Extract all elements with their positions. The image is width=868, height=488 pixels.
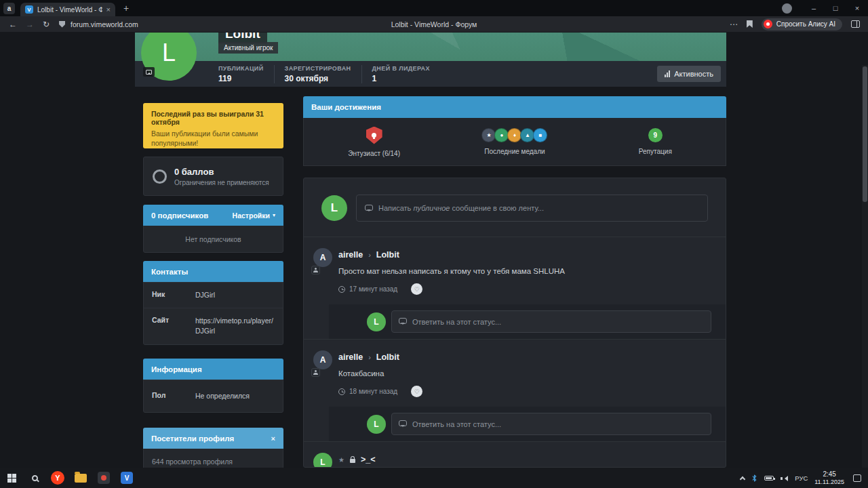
activity-button-label: Активность	[674, 70, 713, 78]
status-time-link[interactable]: 18 минут назад	[349, 388, 397, 395]
status-author-avatar[interactable]: L	[313, 453, 332, 468]
language-indicator[interactable]: РУС	[795, 474, 808, 482]
window-minimize-button[interactable]: –	[803, 0, 825, 16]
person-icon	[313, 268, 318, 272]
notification-center-icon[interactable]	[853, 474, 861, 482]
composer-placeholder: Написать публичное сообщение в свою лент…	[378, 204, 544, 212]
achievement-medals: ★ ● ♦ ▲ ■ Последние медали	[444, 118, 585, 165]
alice-button[interactable]: Спросить Алису AI	[762, 18, 842, 30]
medal-icon[interactable]: ●	[494, 128, 509, 142]
visitors-header: Посетители профиля ×	[143, 428, 283, 449]
reply-avatar[interactable]: L	[367, 415, 386, 434]
cover-photo-button[interactable]	[143, 67, 155, 77]
status-text: Котакбасина	[338, 369, 715, 378]
bluetooth-icon[interactable]	[751, 474, 757, 483]
profile-role-badge: Активный игрок	[218, 42, 278, 54]
vimeworld-app-icon: V	[121, 472, 133, 484]
contact-site-link[interactable]: https://vimetop.ru/player/DJGirl	[195, 316, 275, 336]
points-subtitle: Ограничения не применяются	[174, 179, 269, 186]
vimeworld-favicon-icon: V	[25, 5, 33, 14]
taskbar-yandex-browser-button[interactable]: Y	[46, 468, 69, 488]
reply-placeholder: Ответить на этот статус...	[412, 318, 501, 326]
stat-value: 119	[218, 74, 264, 83]
forward-button[interactable]: →	[26, 20, 34, 29]
status-author-link[interactable]: airelle	[338, 250, 363, 260]
stat-label: ПУБЛИКАЦИЙ	[218, 65, 264, 72]
status-target-link[interactable]: Lolbit	[376, 352, 399, 362]
star-icon: ★	[338, 456, 344, 464]
back-button[interactable]: ←	[9, 20, 17, 29]
stat-days-leader: ДНЕЙ В ЛИДЕРАХ 1	[362, 65, 440, 83]
status-target-link[interactable]: Lolbit	[376, 250, 399, 260]
new-tab-button[interactable]: +	[123, 3, 129, 14]
window-close-button[interactable]: ×	[846, 0, 868, 16]
taskbar-pinned-app-button[interactable]	[92, 468, 115, 488]
status-author-link[interactable]: airelle	[338, 352, 363, 362]
taskbar-search-button[interactable]	[23, 468, 46, 488]
medal-icon[interactable]: ♦	[507, 128, 521, 142]
tray-expand-icon[interactable]	[740, 476, 745, 481]
points-card: 0 баллов Ограничения не применяются	[143, 157, 283, 196]
visitors-header-label: Посетители профиля	[151, 434, 234, 443]
battery-icon[interactable]	[764, 476, 774, 481]
enthusiast-badge-icon[interactable]	[366, 127, 382, 144]
clock-icon	[338, 388, 345, 395]
screen: a V Lolbit - VimeWorld - Фо... × + – □ ×…	[0, 0, 868, 488]
achievement-reputation: 9 Репутация	[585, 118, 726, 165]
reply-input[interactable]: Ответить на этот статус...	[391, 310, 711, 333]
window-maximize-button[interactable]: □	[825, 0, 846, 16]
stat-label: ЗАРЕГИСТРИРОВАН	[285, 65, 351, 72]
bookmark-flag-icon[interactable]	[747, 20, 753, 28]
browser-menu-icon[interactable]: a	[3, 3, 15, 14]
taskbar-clock[interactable]: 2:45 11.11.2025	[814, 470, 844, 487]
activity-button[interactable]: Активность	[657, 66, 721, 82]
status-composer-input[interactable]: Написать публичное сообщение в свою лент…	[356, 195, 708, 222]
browser-profile-avatar[interactable]	[782, 3, 792, 14]
speech-bubble-icon	[399, 318, 407, 324]
volume-icon[interactable]	[781, 474, 788, 482]
visitors-close-icon[interactable]: ×	[271, 434, 275, 443]
reputation-badge[interactable]: 9	[648, 128, 663, 142]
scrollbar-thumb[interactable]	[863, 66, 867, 202]
reply-input[interactable]: Ответить на этот статус...	[391, 413, 711, 435]
tab-close-icon[interactable]: ×	[106, 5, 111, 14]
medal-icon[interactable]: ▲	[520, 128, 534, 142]
info-card: Информация Пол Не определился	[143, 359, 283, 413]
search-icon	[32, 475, 38, 481]
winner-notice-card: Последний раз вы выиграли 31 октября Ваш…	[143, 103, 283, 148]
site-protect-icon[interactable]	[59, 21, 65, 28]
taskbar-vimeworld-button[interactable]: V	[115, 468, 138, 488]
reload-button[interactable]: ↻	[43, 20, 50, 29]
visitors-card: Посетители профиля × 644 просмотра профи…	[143, 428, 283, 468]
status-author-avatar[interactable]: A	[313, 350, 332, 369]
tab-title: Lolbit - VimeWorld - Фо...	[37, 6, 102, 14]
more-actions-icon[interactable]: ⋯	[730, 20, 738, 29]
medals-row: ★ ● ♦ ▲ ■	[482, 128, 547, 142]
window-controls: – □ ×	[782, 0, 868, 16]
composer-avatar[interactable]: L	[321, 195, 347, 221]
status-time-link[interactable]: 17 минут назад	[349, 285, 397, 293]
taskbar-explorer-button[interactable]	[69, 468, 92, 488]
photo-icon	[146, 70, 152, 75]
contacts-header: Контакты	[143, 261, 283, 282]
profile-stats: ПУБЛИКАЦИЙ 119 ЗАРЕГИСТРИРОВАН 30 октябр…	[218, 61, 440, 87]
medal-icon[interactable]: ■	[533, 128, 547, 142]
status-author-avatar[interactable]: A	[313, 248, 332, 267]
status-item: A airelle › Lolbit Просто мат нельзя нап…	[304, 237, 726, 339]
chevron-down-icon: ▾	[273, 212, 275, 218]
start-button[interactable]	[0, 468, 23, 488]
contact-value: DJGirl	[195, 290, 275, 300]
taskbar-date: 11.11.2025	[814, 479, 844, 487]
followers-settings-label: Настройки	[233, 211, 270, 220]
alice-icon	[764, 20, 772, 28]
medal-icon[interactable]: ★	[481, 128, 496, 142]
heart-reaction-button[interactable]: ♡	[411, 386, 422, 397]
heart-reaction-button[interactable]: ♡	[411, 283, 422, 295]
yandex-browser-icon: Y	[51, 471, 64, 485]
browser-tab[interactable]: V Lolbit - VimeWorld - Фо... ×	[20, 3, 115, 16]
sidebar-panel-icon[interactable]	[851, 20, 860, 28]
followers-settings-button[interactable]: Настройки ▾	[233, 211, 275, 220]
reply-avatar[interactable]: L	[367, 312, 386, 331]
address-bar[interactable]: forum.vimeworld.com	[71, 20, 138, 28]
visitors-count-text: 644 просмотра профиля	[144, 449, 283, 468]
